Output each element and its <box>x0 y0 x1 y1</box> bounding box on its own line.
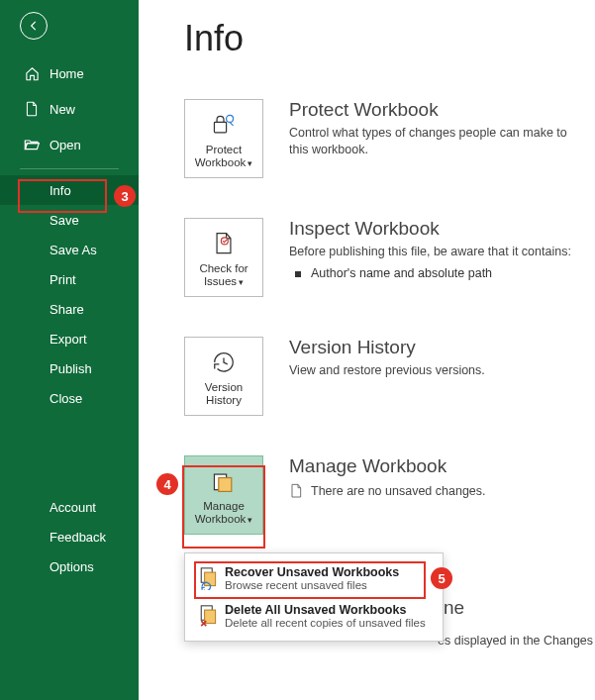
chevron-down-icon: ▾ <box>248 158 252 168</box>
nav-open[interactable]: Open <box>0 127 139 162</box>
square-bullet-icon <box>295 271 301 277</box>
nav-feedback[interactable]: Feedback <box>0 522 139 551</box>
nav-label: Publish <box>50 361 92 376</box>
svg-rect-4 <box>219 477 232 491</box>
sidebar-divider <box>20 168 119 169</box>
status-text: There are no unsaved changes. <box>311 484 486 498</box>
svg-point-2 <box>221 238 228 245</box>
document-folder-icon <box>211 466 237 496</box>
nav-home[interactable]: Home <box>0 55 139 91</box>
section-title: Version History <box>289 337 485 358</box>
back-button[interactable] <box>20 12 48 40</box>
svg-rect-0 <box>214 122 226 132</box>
nav-label: Print <box>50 272 76 287</box>
dd-title: Recover Unsaved Workbooks <box>225 565 399 579</box>
nav-print[interactable]: Print <box>0 264 139 294</box>
tile-label: Manage Workbook <box>195 500 247 525</box>
nav-new[interactable]: New <box>0 91 139 127</box>
dd-title: Delete All Unsaved Workbooks <box>225 603 426 617</box>
manage-workbook-button[interactable]: Manage Workbook▾ <box>184 455 263 535</box>
section-desc: Control what types of changes people can… <box>289 125 586 158</box>
nav-publish[interactable]: Publish <box>0 353 139 383</box>
history-clock-icon <box>211 348 237 377</box>
nav-close[interactable]: Close <box>0 383 139 413</box>
new-file-icon <box>22 101 42 117</box>
manage-status: There are no unsaved changes. <box>289 483 486 499</box>
document-delete-icon <box>195 604 221 628</box>
changes-title-fragment: ne <box>444 597 464 619</box>
dd-sub: Browse recent unsaved files <box>225 579 399 591</box>
nav-label: Close <box>50 391 82 406</box>
nav-label: Save As <box>50 243 97 257</box>
nav-label: Info <box>50 183 71 198</box>
nav-label: Options <box>50 559 94 574</box>
chevron-down-icon: ▾ <box>248 515 252 525</box>
nav-label: Home <box>50 66 84 81</box>
folder-open-icon <box>22 138 42 151</box>
section-title: Manage Workbook <box>289 455 486 477</box>
nav-save[interactable]: Save <box>0 205 139 235</box>
bullet-text: Author's name and absolute path <box>311 266 492 280</box>
changes-desc-fragment: es displayed in the Changes <box>438 634 593 648</box>
dd-sub: Delete all recent copies of unsaved file… <box>225 617 426 629</box>
lock-key-icon <box>210 110 238 140</box>
manage-workbook-menu: Recover Unsaved Workbooks Browse recent … <box>184 552 444 642</box>
nav-save-as[interactable]: Save As <box>0 235 139 264</box>
nav-export[interactable]: Export <box>0 324 139 353</box>
info-panel: Info Protect Workbook▾ Protect Workbook … <box>139 0 595 554</box>
annotation-callout-5: 5 <box>431 567 452 589</box>
version-history-button[interactable]: Version History <box>184 337 263 416</box>
page-title: Info <box>184 18 595 59</box>
section-title: Inspect Workbook <box>289 218 571 240</box>
annotation-callout-4: 4 <box>156 473 178 495</box>
home-icon <box>22 66 42 81</box>
document-check-icon <box>212 229 236 258</box>
nav-label: Share <box>50 302 84 317</box>
nav-label: Account <box>50 500 96 515</box>
section-title: Protect Workbook <box>289 99 586 121</box>
svg-point-1 <box>227 115 234 122</box>
annotation-callout-3: 3 <box>114 185 136 207</box>
nav-label: New <box>50 102 75 117</box>
backstage-sidebar: Home New Open Info Save Save As Print Sh… <box>0 0 139 700</box>
nav-share[interactable]: Share <box>0 294 139 324</box>
delete-unsaved-item[interactable]: Delete All Unsaved Workbooks Delete all … <box>185 597 443 635</box>
arrow-left-icon <box>27 19 41 33</box>
chevron-down-icon: ▾ <box>239 277 244 287</box>
section-inspect: Check for Issues▾ Inspect Workbook Befor… <box>184 218 595 297</box>
inspect-bullet: Author's name and absolute path <box>289 266 571 280</box>
recover-unsaved-item[interactable]: Recover Unsaved Workbooks Browse recent … <box>185 559 443 597</box>
section-manage: Manage Workbook▾ Manage Workbook There a… <box>184 455 595 535</box>
check-for-issues-button[interactable]: Check for Issues▾ <box>184 218 263 297</box>
nav-label: Export <box>50 332 87 347</box>
section-version: Version History Version History View and… <box>184 337 595 416</box>
nav-account[interactable]: Account <box>0 492 139 522</box>
tile-label: Version History <box>205 381 243 406</box>
tile-label: Protect Workbook <box>195 144 247 168</box>
nav-label: Open <box>50 138 81 152</box>
section-protect: Protect Workbook▾ Protect Workbook Contr… <box>184 99 595 178</box>
nav-label: Feedback <box>50 530 106 545</box>
section-desc: Before publishing this file, be aware th… <box>289 244 571 260</box>
protect-workbook-button[interactable]: Protect Workbook▾ <box>184 99 263 178</box>
nav-label: Save <box>50 213 79 228</box>
document-recover-icon <box>195 566 221 590</box>
section-desc: View and restore previous versions. <box>289 362 485 379</box>
nav-options[interactable]: Options <box>0 551 139 581</box>
page-icon <box>289 483 303 499</box>
